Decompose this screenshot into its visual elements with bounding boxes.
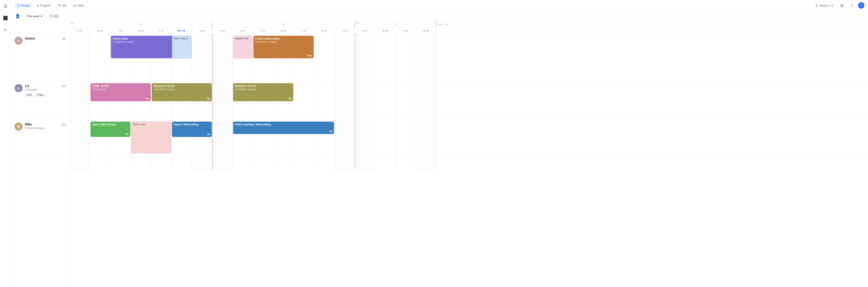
day-label-T 24: T 24 [301, 29, 306, 32]
event-research-ci-tool[interactable]: Research CI toolCompetitor analysis4h [233, 83, 293, 101]
day-label-T 17: T 17 [159, 29, 164, 32]
cell-T 17 [151, 158, 172, 170]
event-hours: 4h [207, 97, 210, 100]
people-icon: 👤 [14, 13, 21, 19]
hours-value: 48h [54, 14, 59, 18]
cell-S 19 [192, 158, 212, 170]
cell-M 14 [90, 158, 111, 170]
person-row-liz[interactable]: L Liz Copywriter CSS HTML 20h [11, 81, 69, 120]
day-col-F 18: F 18 [172, 28, 192, 34]
avatar-andrei: A [14, 37, 23, 45]
day-label-F 18: F 18 [180, 29, 185, 32]
list-icon[interactable]: ≡ [2, 26, 9, 33]
event-research-ci-tool[interactable]: Research CI toolCompetitor analysis4h [152, 83, 212, 101]
sidebar: ☰ ⬛ ≡ [0, 0, 11, 287]
week-group-11: 11Mar [70, 21, 212, 27]
cal-row-footer [70, 158, 868, 170]
day-col-S 13: S 13 [70, 28, 90, 34]
person-hours-andrei: 8h [63, 37, 66, 40]
day-label-T 29: T 29 [403, 29, 408, 32]
cell-T 15 [111, 158, 131, 170]
event-title: HTML & CSS [92, 84, 149, 88]
event-demo-/-rebranding[interactable]: Demo / Rebranding3h [172, 121, 212, 137]
sort-label: Name [819, 4, 827, 7]
top-nav: 3 People 3 Projects 👁 Me ⊟ Filter ⇅ Name… [11, 0, 868, 11]
cell-S 20 [212, 34, 232, 81]
cell-S 26 [335, 158, 355, 170]
day-label-W 16: W 16 [138, 29, 144, 32]
cell-S 20 [212, 120, 232, 158]
event-subtitle: Competitor analysis [153, 88, 210, 91]
tag-css: CSS [25, 93, 34, 97]
cell-S 20 [212, 158, 232, 170]
cell-F 25 [314, 158, 335, 170]
filter-btn[interactable]: ⊟ Filter [71, 2, 87, 9]
day-col-W 30: W 30 [416, 28, 436, 34]
event-paid-time-o[interactable]: Paid Time O [172, 36, 191, 58]
add-button[interactable]: + [858, 2, 864, 9]
day-col-W 23: W 23 [273, 28, 294, 34]
tab-projects[interactable]: 3 Projects [34, 2, 54, 9]
people-label: People [21, 4, 30, 7]
week-selector[interactable]: This week ▾ [24, 13, 45, 19]
people-panel: A Andrei 8h L Liz Copywriter CSS HTML [11, 21, 70, 287]
event-sick-leave[interactable]: Sick Leave [131, 121, 171, 153]
event-create-deliverables[interactable]: Create deliverablesCompetitor analysis4.… [253, 36, 314, 58]
event-client-meeting-/-rebranding[interactable]: Client meeting / Rebranding2h [233, 121, 334, 134]
sort-button[interactable]: ⇅ Name A-Z [813, 2, 835, 9]
person-row-mike[interactable]: M Mike Project Manager 20h [11, 120, 69, 158]
tag-html: HTML [35, 93, 45, 97]
toolbar: 👤 This week ▾ ⏱ 48h [11, 11, 868, 21]
cell-W 16 [131, 158, 151, 170]
day-label-S 26: S 26 [342, 29, 347, 32]
day-col-S 27: S 27 [355, 28, 375, 34]
tab-people[interactable]: 3 People [14, 2, 33, 9]
filter-label: Filter [78, 4, 84, 7]
event-title: Unpaid Tim [233, 36, 252, 41]
person-name-andrei: Andrei [25, 37, 63, 40]
person-name-liz: Liz [25, 84, 61, 88]
week-divider [212, 34, 213, 81]
cell-M 14 [90, 34, 111, 81]
cell-S 13 [70, 158, 90, 170]
share-icon[interactable]: ↗ [848, 2, 855, 9]
cell-S 27 [355, 158, 375, 170]
event-hours: 4h [288, 97, 291, 100]
week-divider [212, 120, 213, 158]
day-col-F 25: F 25 [314, 28, 335, 34]
layout-icon[interactable]: ⊞ [838, 2, 845, 9]
event-java-/-web-design[interactable]: Java / Web Design3h [91, 121, 130, 137]
event-html-&-css[interactable]: HTML & CSSWeb Design4h [91, 83, 151, 101]
event-hours: 4.5h [307, 54, 312, 57]
avatar-mike: M [14, 122, 23, 131]
week-divider [212, 158, 213, 170]
cell-T 29 [396, 81, 416, 120]
person-tags-liz: CSS HTML [25, 93, 61, 97]
projects-label: Projects [40, 4, 51, 7]
person-role-liz: Copywriter [25, 88, 61, 91]
cell-M 28 [375, 81, 396, 120]
event-unpaid-tim[interactable]: Unpaid Tim [233, 36, 252, 58]
me-label: Me [62, 4, 66, 7]
day-col-M 21: M 21 [232, 28, 253, 34]
day-label-F 25: F 25 [321, 29, 327, 32]
person-info-andrei: Andrei [25, 37, 63, 40]
event-title: Java / Web Design [92, 123, 128, 126]
cal-row-mike: Java / Web Design3hSick LeaveDemo / Rebr… [70, 120, 868, 158]
cell-W 30 [416, 158, 436, 170]
cal-row-andrei: Gather dataCompetitor analysis8hPaid Tim… [70, 34, 868, 81]
cell-T 29 [396, 120, 416, 158]
dashboard-icon[interactable]: ⬛ [2, 14, 9, 22]
person-row-andrei[interactable]: A Andrei 8h [11, 34, 69, 81]
cell-T 29 [396, 34, 416, 81]
main-content: 3 People 3 Projects 👁 Me ⊟ Filter ⇅ Name… [11, 0, 868, 287]
day-label-S 13: S 13 [77, 29, 82, 32]
person-info-liz: Liz Copywriter CSS HTML [25, 84, 61, 97]
day-label-W 30: W 30 [423, 29, 429, 32]
event-title: Client meeting / Rebranding [235, 123, 332, 126]
menu-icon[interactable]: ☰ [2, 3, 9, 10]
tab-me[interactable]: 👁 Me [55, 2, 70, 9]
day-label-T 15: T 15 [118, 29, 123, 32]
day-label-S 20: S 20 [220, 29, 225, 32]
day-col-S 19: S 19 [192, 28, 212, 34]
